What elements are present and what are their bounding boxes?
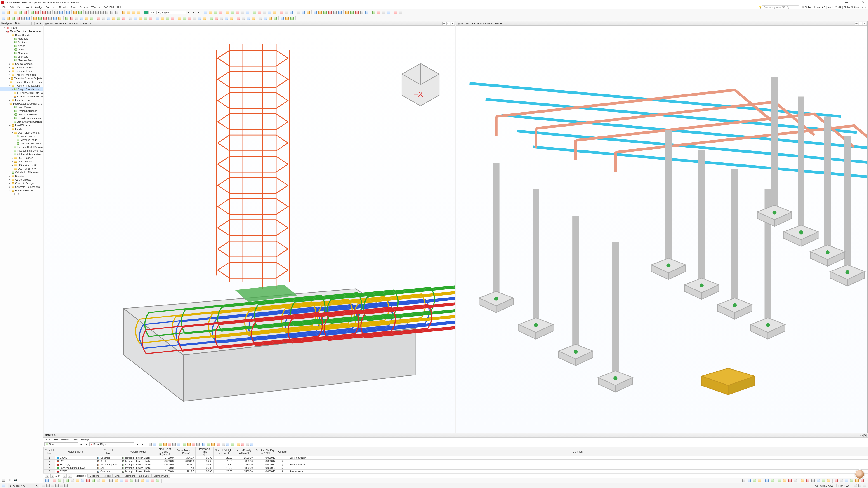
- tree-node[interactable]: ▾ Types for Foundations: [0, 84, 43, 88]
- bottom-tool-button[interactable]: [839, 479, 844, 483]
- materials-tab-materials[interactable]: Materials: [74, 474, 88, 478]
- bottom-tool-button[interactable]: [816, 479, 820, 483]
- menu-view[interactable]: View: [16, 5, 24, 9]
- toolbar-button[interactable]: [235, 10, 240, 15]
- close-button[interactable]: ✕: [859, 0, 867, 5]
- view-max-button[interactable]: ▭: [859, 22, 862, 25]
- toolbar-button[interactable]: [399, 10, 403, 15]
- toolbar-button[interactable]: [131, 10, 136, 15]
- tree-node[interactable]: ▾ Loads: [0, 127, 43, 131]
- menu-tools[interactable]: Tools: [69, 5, 78, 9]
- toolbar-button[interactable]: [289, 10, 293, 15]
- bottom-tool-button[interactable]: [124, 479, 129, 483]
- materials-grid[interactable]: MaterialNo.Material Name MaterialTypeMat…: [43, 447, 868, 473]
- materials-tool-button[interactable]: [152, 442, 157, 447]
- toolbar-button[interactable]: [38, 16, 42, 21]
- tree-node[interactable]: ▾ Load Cases & Combinations: [0, 102, 43, 105]
- materials-tab-member sets[interactable]: Member Sets: [151, 474, 170, 478]
- menu-file[interactable]: File: [1, 5, 8, 9]
- toolbar-button[interactable]: [262, 10, 267, 15]
- toolbar-button[interactable]: [246, 16, 250, 21]
- tree-node[interactable]: Lines: [0, 48, 43, 51]
- menu-calculate[interactable]: Calculate: [44, 5, 58, 9]
- tree-node[interactable]: Imposed Line Deformations: [0, 149, 43, 153]
- tree-node[interactable]: Static Analysis Settings: [0, 120, 43, 124]
- prev-row-button[interactable]: ◂: [51, 474, 54, 478]
- bottom-tool-button[interactable]: [827, 479, 831, 483]
- view-min-button[interactable]: ―: [442, 22, 446, 25]
- toolbar-button[interactable]: [386, 10, 391, 15]
- toolbar-button[interactable]: [273, 16, 277, 21]
- toolbar-button[interactable]: [323, 10, 327, 15]
- cs-icon[interactable]: [1, 484, 6, 488]
- toolbar-button[interactable]: [26, 16, 30, 21]
- toolbar-button[interactable]: [47, 10, 51, 15]
- toolbar-button[interactable]: [301, 10, 305, 15]
- toolbar-button[interactable]: [229, 16, 234, 21]
- tree-node[interactable]: Sections: [0, 40, 43, 44]
- toolbar-button[interactable]: [263, 16, 268, 21]
- tree-node[interactable]: Calculation Diagrams: [0, 170, 43, 174]
- tree-node[interactable]: ▸ Imperfections: [0, 98, 43, 102]
- materials-tool-button[interactable]: [230, 442, 235, 447]
- bottom-tool-button[interactable]: [742, 479, 746, 483]
- tree-node[interactable]: ▸ LC4 - Wind in +X: [0, 163, 43, 167]
- materials-tool-button[interactable]: [172, 442, 176, 447]
- toolbar-button[interactable]: [313, 10, 317, 15]
- tree-node[interactable]: ▸ Types for Lines: [0, 69, 43, 73]
- toolbar-button[interactable]: [116, 16, 121, 21]
- tree-node[interactable]: ▸ Results: [0, 174, 43, 178]
- bottom-tool-button[interactable]: [70, 479, 74, 483]
- tree-node[interactable]: Nodes: [0, 44, 43, 48]
- next2-button[interactable]: ▸: [141, 442, 145, 447]
- status-right-button[interactable]: [862, 484, 867, 488]
- tree-twisty[interactable]: ▾: [3, 27, 6, 29]
- toolbar-button[interactable]: [177, 16, 182, 21]
- toolbar-button[interactable]: [192, 16, 197, 21]
- toolbar-button[interactable]: [355, 10, 359, 15]
- toolbar-button[interactable]: [377, 10, 381, 15]
- toolbar-button[interactable]: [18, 10, 22, 15]
- tree-node[interactable]: ▸ Load Wizards: [0, 124, 43, 127]
- bottom-tool-button[interactable]: [101, 479, 106, 483]
- tree-node[interactable]: ▸ Types for Members: [0, 73, 43, 76]
- tree-twisty[interactable]: ▾: [8, 189, 11, 192]
- toolbar-button[interactable]: [219, 16, 223, 21]
- bottom-tool-button[interactable]: [811, 479, 815, 483]
- toolbar-button[interactable]: [296, 10, 301, 15]
- tree-node[interactable]: ▸ Concrete Foundations: [0, 185, 43, 189]
- view-max-button[interactable]: ▭: [446, 22, 450, 25]
- toolbar-button[interactable]: [272, 10, 276, 15]
- nav-refresh-icon[interactable]: [1, 478, 6, 482]
- bottom-tool-button[interactable]: [747, 479, 751, 483]
- menu-results[interactable]: Results: [58, 5, 69, 9]
- tree-node[interactable]: ▸ LC5 - Wind in +Y: [0, 167, 43, 170]
- toolbar-button[interactable]: [6, 10, 10, 15]
- bottom-tool-button[interactable]: [52, 479, 57, 483]
- toolbar-button[interactable]: [110, 10, 114, 15]
- bottom-tool-button[interactable]: [849, 479, 854, 483]
- toolbar-button[interactable]: [30, 10, 34, 15]
- tree-node[interactable]: Load Cases: [0, 105, 43, 109]
- toolbar-button[interactable]: [202, 16, 207, 21]
- bottom-tool-button[interactable]: [140, 479, 145, 483]
- toolbar-button[interactable]: [74, 16, 79, 21]
- status-tool-button[interactable]: [55, 484, 59, 488]
- toolbar-button[interactable]: [224, 16, 228, 21]
- bottom-tool-button[interactable]: [800, 479, 805, 483]
- view-close-button[interactable]: ✕: [863, 22, 866, 25]
- toolbar-button[interactable]: [214, 16, 219, 21]
- menu-insert[interactable]: Insert: [24, 5, 33, 9]
- tree-twisty[interactable]: ▸: [11, 160, 14, 163]
- toolbar-button[interactable]: [333, 10, 337, 15]
- toolbar-button[interactable]: [225, 10, 230, 15]
- tree-twisty[interactable]: ▾: [8, 34, 11, 36]
- tree-twisty[interactable]: ▸: [8, 77, 11, 79]
- toolbar-button[interactable]: [372, 10, 376, 15]
- assistant-avatar[interactable]: [855, 469, 864, 479]
- toolbar-button[interactable]: [236, 16, 241, 21]
- menu-options[interactable]: Options: [78, 5, 90, 9]
- bottom-tool-button[interactable]: [855, 479, 859, 483]
- tree-node[interactable]: Additional Foundation Loads: [0, 153, 43, 156]
- toolbar-button[interactable]: [138, 16, 143, 21]
